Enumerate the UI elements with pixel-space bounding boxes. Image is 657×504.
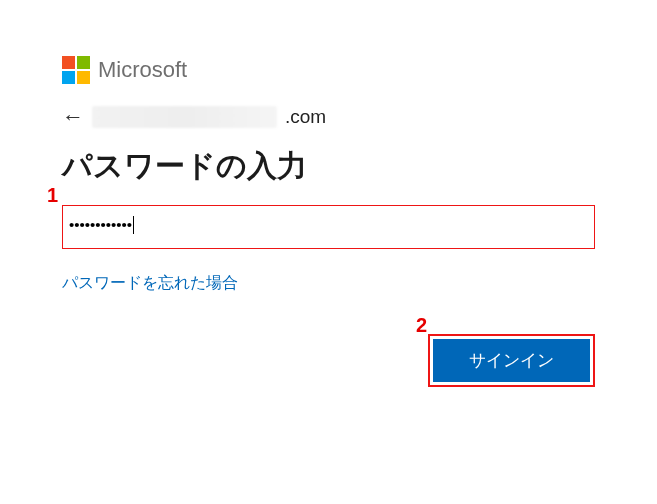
annotation-2: 2 <box>416 314 427 337</box>
password-masked-value: •••••••••••• <box>69 216 132 233</box>
annotation-1: 1 <box>47 184 58 207</box>
microsoft-logo-icon <box>62 56 90 84</box>
identity-redacted <box>92 106 277 128</box>
brand-row: Microsoft <box>62 56 595 84</box>
signin-button-highlight: 2 サインイン <box>428 334 595 387</box>
identity-suffix: .com <box>285 106 326 128</box>
forgot-password-link[interactable]: パスワードを忘れた場合 <box>62 273 238 294</box>
password-field-highlight: 1 •••••••••••• <box>62 205 595 249</box>
button-row: 2 サインイン <box>62 334 595 387</box>
signin-card: Microsoft ← .com パスワードの入力 1 ••••••••••••… <box>0 0 657 387</box>
brand-name: Microsoft <box>98 57 187 83</box>
text-caret <box>133 216 134 234</box>
password-input[interactable]: •••••••••••• <box>63 206 594 248</box>
identity-row: ← .com <box>62 106 595 128</box>
signin-button[interactable]: サインイン <box>433 339 590 382</box>
back-arrow-icon[interactable]: ← <box>62 106 84 128</box>
page-title: パスワードの入力 <box>62 146 595 187</box>
